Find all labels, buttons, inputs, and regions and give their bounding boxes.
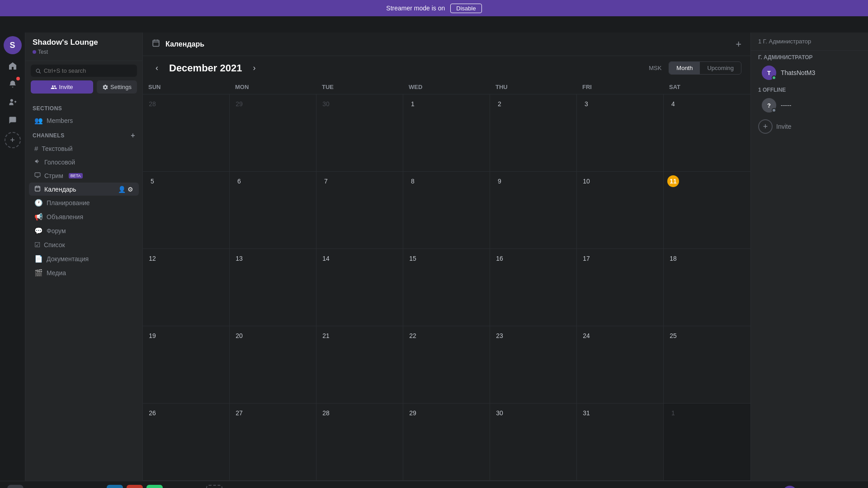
friends-icon[interactable] [5,94,21,110]
sidebar-item-list[interactable]: ☑ Список [29,238,139,252]
calendar-cell-4-2[interactable]: 28 [316,404,403,480]
add-channel-icon[interactable]: + [131,131,135,140]
notification-icon[interactable] [5,76,21,92]
sidebar-item-text[interactable]: # Текстовый [29,142,139,155]
calendar-week-3: 19202122232425 [143,326,750,404]
upcoming-view-button[interactable]: Upcoming [700,62,741,74]
calendar-cell-0-4[interactable]: 2 [490,94,577,171]
header-channel-icon [152,39,160,49]
calendar-cell-0-1[interactable]: 29 [230,94,316,171]
calendar-cell-1-1[interactable]: 6 [230,172,316,249]
add-server-button[interactable]: + [5,132,21,148]
search-bar[interactable] [31,65,137,77]
calendar-gear-icon[interactable]: ⚙ [127,186,133,193]
calendar-cell-4-4[interactable]: 30 [490,404,577,480]
settings-button[interactable]: Settings [97,80,137,94]
sidebar-item-forum[interactable]: 💬 Форум [29,224,139,238]
timezone-label: MSK [649,65,661,71]
calendar-cell-3-0[interactable]: 19 [143,326,230,403]
app-icon-t[interactable]: T [107,485,123,488]
announcements-label: Объявления [47,213,83,221]
home-icon[interactable] [5,58,21,74]
cell-date-0-6: 4 [667,98,679,110]
guilded-logo-icon[interactable] [7,485,24,488]
calendar-cell-1-2[interactable]: 7 [316,172,403,249]
member-avatar-offline: ? [762,98,776,113]
media-icon: 🎬 [34,269,43,277]
calendar-cell-4-1[interactable]: 27 [230,404,316,480]
calendar-cell-3-1[interactable]: 20 [230,326,316,403]
calendar-cell-4-3[interactable]: 29 [403,404,490,480]
calendar-cell-2-2[interactable]: 14 [316,249,403,326]
calendar-cell-2-3[interactable]: 15 [403,249,490,326]
sidebar-item-voice[interactable]: Голосовой [29,155,139,169]
day-mon: Mon [230,80,316,94]
search-input[interactable] [44,67,132,74]
next-month-button[interactable]: › [249,61,259,75]
content-header: Календарь + [143,33,750,56]
month-view-button[interactable]: Month [669,62,700,74]
calendar-cell-0-0[interactable]: 28 [143,94,230,171]
app-icon-s[interactable]: S [127,485,143,488]
day-sun: Sun [143,80,230,94]
sidebar-item-stream[interactable]: Стрим BETA [29,169,139,182]
app-icon-files[interactable]: 📁 [186,485,203,488]
calendar-cell-1-6[interactable]: 11 [664,172,750,249]
cell-date-3-5: 24 [580,330,592,342]
member-item-offline[interactable]: ? ----- [755,95,864,115]
app-icon-music[interactable]: 🎵 [166,485,183,488]
profile-icon[interactable]: 👤 [67,485,83,488]
calendar-cell-1-3[interactable]: 8 [403,172,490,249]
calendar-weeks: 2829301234567891011121314151617181920212… [143,94,750,481]
calendar-cell-3-5[interactable]: 24 [577,326,664,403]
calendar-cell-4-6[interactable]: 1 [664,404,750,480]
globe-icon[interactable]: 🌐 [47,485,63,488]
sidebar-item-planning[interactable]: 🕐 Планирование [29,196,139,210]
calendar-cell-4-0[interactable]: 26 [143,404,230,480]
cell-date-4-4: 30 [494,407,505,419]
offline-section-label: 1 Offline [751,83,868,95]
member-item-online[interactable]: T ThatsNotM3 [755,63,864,83]
calendar-member-icon[interactable]: 👤 [118,186,126,193]
chat-icon[interactable]: 💬 [87,485,103,488]
server-icon[interactable]: S [4,36,22,54]
sidebar-item-media[interactable]: 🎬 Медиа [29,266,139,280]
app-icon-game[interactable]: 🎮 [146,485,163,488]
prev-month-button[interactable]: ‹ [152,61,162,75]
calendar-cell-4-5[interactable]: 31 [577,404,664,480]
cell-date-2-5: 17 [580,253,592,264]
calendar-cell-0-3[interactable]: 1 [403,94,490,171]
cell-date-3-6: 25 [667,330,679,342]
sidebar-item-calendar[interactable]: Календарь 👤 ⚙ [29,183,139,196]
calendar-cell-0-6[interactable]: 4 [664,94,750,171]
calendar-cell-3-6[interactable]: 25 [664,326,750,403]
sidebar-item-members[interactable]: 👥 Members [29,114,139,127]
calendar-cell-3-2[interactable]: 21 [316,326,403,403]
calendar-cell-1-0[interactable]: 5 [143,172,230,249]
trophy-icon[interactable]: 🏆 [27,485,43,488]
messages-icon[interactable] [5,112,21,128]
add-app-button[interactable]: + [206,485,222,488]
offline-status-dot [772,108,776,113]
calendar-cell-3-3[interactable]: 22 [403,326,490,403]
calendar-cell-1-4[interactable]: 9 [490,172,577,249]
cell-date-1-3: 8 [407,175,419,187]
invite-row[interactable]: + Invite [751,116,868,137]
calendar-cell-3-4[interactable]: 23 [490,326,577,403]
calendar-cell-2-1[interactable]: 13 [230,249,316,326]
calendar-cell-0-2[interactable]: 30 [316,94,403,171]
header-actions: + [736,38,741,50]
calendar-cell-2-6[interactable]: 18 [664,249,750,326]
invite-button[interactable]: Invite [31,80,93,94]
calendar-cell-2-0[interactable]: 12 [143,249,230,326]
sidebar-item-docs[interactable]: 📄 Документация [29,252,139,266]
server-name: Shadow's Lounge [33,38,135,47]
calendar-cell-2-5[interactable]: 17 [577,249,664,326]
calendar-cell-0-5[interactable]: 3 [577,94,664,171]
disable-button[interactable]: Disable [450,4,481,13]
sidebar-item-announcements[interactable]: 📢 Объявления [29,210,139,224]
calendar-cell-1-5[interactable]: 10 [577,172,664,249]
add-event-button[interactable]: + [736,38,741,50]
calendar-cell-2-4[interactable]: 16 [490,249,577,326]
right-panel-header: 1 Г. Администратор [751,33,868,51]
